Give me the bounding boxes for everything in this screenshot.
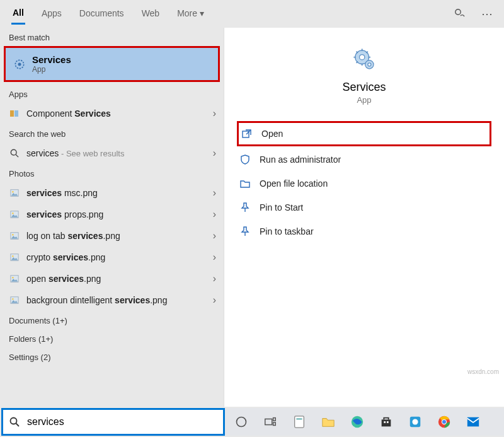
result-photo[interactable]: open services.png› (0, 268, 224, 289)
image-file-icon (9, 294, 20, 306)
result-label: backgroun dintelligent services.png (26, 295, 207, 305)
svg-point-2 (18, 62, 21, 66)
mail-icon[interactable] (464, 413, 482, 431)
result-photo[interactable]: log on tab services.png› (0, 225, 224, 247)
app-icon[interactable] (406, 413, 424, 431)
action-run-admin[interactable]: Run as administrator (224, 148, 504, 172)
services-app-icon (352, 47, 377, 72)
section-best-match: Best match (0, 28, 224, 46)
tab-all[interactable]: All (11, 4, 25, 25)
action-open-location[interactable]: Open file location (224, 172, 504, 195)
result-photo[interactable]: services msc.png› (0, 182, 224, 204)
action-pin-start[interactable]: Pin to Start (224, 195, 504, 219)
bottom-bar (0, 407, 504, 437)
best-match-title: Services (32, 54, 71, 65)
svg-line-33 (16, 424, 20, 427)
task-view-icon[interactable] (261, 413, 279, 431)
result-label: crypto services.png (26, 252, 207, 262)
svg-rect-41 (382, 419, 391, 426)
tab-apps[interactable]: Apps (40, 4, 63, 23)
result-photo[interactable]: services props.png› (0, 204, 224, 225)
svg-point-28 (360, 55, 365, 60)
search-window: All Apps Documents Web More ▾ ⋯ Best mat… (0, 0, 504, 437)
section-photos: Photos (0, 164, 224, 182)
app-icon[interactable] (290, 413, 308, 431)
gear-icon (13, 58, 26, 71)
file-explorer-icon[interactable] (319, 413, 337, 431)
best-match-subtitle: App (32, 65, 71, 74)
results-panel: Best match Services App Apps Compone (0, 28, 224, 407)
result-component-services[interactable]: Component Services › (0, 103, 224, 124)
chevron-right-icon: › (213, 230, 216, 242)
svg-point-34 (237, 417, 246, 427)
svg-rect-38 (295, 416, 304, 428)
open-icon (241, 128, 253, 139)
chevron-right-icon: › (213, 209, 216, 220)
taskbar (225, 408, 504, 436)
image-file-icon (9, 209, 20, 220)
result-label: services - See web results (26, 148, 207, 158)
cortana-icon[interactable] (232, 413, 250, 431)
tab-more-label: More (177, 8, 197, 18)
more-options-icon[interactable]: ⋯ (481, 7, 493, 21)
image-file-icon (9, 187, 20, 199)
edge-icon[interactable] (348, 413, 366, 431)
image-file-icon (9, 252, 20, 263)
action-pin-taskbar[interactable]: Pin to taskbar (224, 219, 504, 243)
pin-icon (239, 226, 251, 237)
section-folders: Folders (1+) (0, 329, 224, 347)
svg-point-12 (12, 234, 13, 235)
tab-documents[interactable]: Documents (78, 4, 125, 23)
svg-point-8 (12, 191, 13, 192)
content-area: Best match Services App Apps Compone (0, 28, 504, 407)
svg-rect-37 (273, 422, 276, 426)
action-open[interactable]: Open (237, 121, 491, 146)
best-match-result[interactable]: Services App (4, 46, 220, 82)
scope-tabs: All Apps Documents Web More ▾ ⋯ (0, 0, 504, 28)
result-label: log on tab services.png (26, 231, 207, 241)
image-file-icon (9, 273, 20, 284)
action-label: Pin to Start (260, 202, 303, 213)
watermark: wsxdn.com (467, 368, 499, 375)
tab-more[interactable]: More ▾ (176, 4, 205, 23)
svg-rect-42 (384, 421, 386, 423)
search-icon (9, 148, 20, 159)
result-photo[interactable]: backgroun dintelligent services.png› (0, 289, 224, 311)
preview-actions: Open Run as administrator Open file loca… (224, 121, 504, 243)
search-box[interactable] (1, 408, 225, 436)
result-label: Component Services (26, 108, 207, 119)
store-icon[interactable] (377, 413, 395, 431)
section-documents: Documents (1+) (0, 311, 224, 329)
chevron-right-icon: › (213, 273, 216, 284)
chevron-right-icon: › (213, 148, 216, 159)
chevron-right-icon: › (213, 252, 216, 263)
svg-rect-4 (14, 110, 18, 117)
tab-web[interactable]: Web (140, 4, 161, 23)
svg-line-6 (16, 154, 18, 157)
chevron-right-icon: › (213, 294, 216, 306)
folder-icon (239, 178, 251, 189)
svg-rect-3 (10, 110, 14, 117)
result-photo[interactable]: crypto services.png› (0, 247, 224, 268)
svg-point-32 (11, 418, 17, 424)
svg-rect-35 (265, 419, 272, 424)
result-web-search[interactable]: services - See web results › (0, 143, 224, 164)
search-input[interactable] (26, 416, 217, 428)
svg-point-5 (11, 149, 16, 155)
action-label: Pin to taskbar (260, 226, 314, 236)
chevron-down-icon: ▾ (200, 8, 204, 18)
feedback-icon[interactable] (454, 8, 466, 20)
result-label: services props.png (26, 209, 207, 219)
svg-point-0 (455, 9, 461, 15)
shield-icon (239, 154, 251, 165)
section-settings: Settings (2) (0, 347, 224, 366)
svg-point-14 (12, 255, 13, 257)
chrome-icon[interactable] (435, 413, 453, 431)
chevron-right-icon: › (213, 187, 216, 199)
result-label: services msc.png (26, 188, 207, 198)
svg-point-10 (12, 213, 13, 214)
svg-point-30 (368, 63, 371, 66)
image-file-icon (9, 230, 20, 242)
svg-rect-36 (273, 418, 276, 421)
chevron-right-icon: › (213, 108, 216, 119)
